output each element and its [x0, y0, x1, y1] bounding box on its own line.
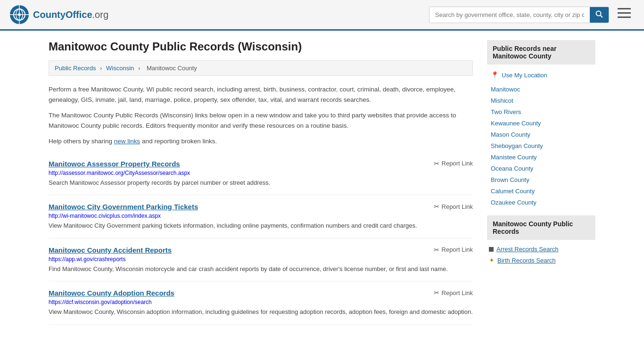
- record-description: View Manitowoc City Government parking t…: [49, 221, 473, 230]
- sidebar-nearby-link[interactable]: Manistee County: [491, 154, 537, 161]
- sidebar-nearby-item: Kewaunee County: [491, 117, 592, 129]
- record-title[interactable]: Manitowoc County Adoption Records: [49, 289, 174, 297]
- sidebar-nearby-list: ManitowocMishicotTwo RiversKewaunee Coun…: [487, 83, 595, 208]
- main-container: Manitowoc County Public Records (Wiscons…: [39, 31, 605, 334]
- report-link-label: Report Link: [442, 203, 473, 210]
- hamburger-menu-button[interactable]: [614, 6, 635, 23]
- hamburger-icon: [618, 8, 631, 18]
- report-link[interactable]: ✂ Report Link: [434, 203, 473, 210]
- square-bullet-icon: [489, 247, 494, 252]
- record-entry: Manitowoc Assessor Property Records ✂ Re…: [49, 152, 473, 196]
- sidebar-nearby-link[interactable]: Ozaukee County: [491, 199, 537, 206]
- search-button[interactable]: [590, 7, 609, 23]
- sidebar-nearby-link[interactable]: Oceana County: [491, 165, 533, 172]
- sidebar-record-link[interactable]: Arrest Records Search: [496, 246, 559, 253]
- record-title[interactable]: Manitowoc County Accident Reports: [49, 246, 172, 254]
- breadcrumb-wisconsin[interactable]: Wisconsin: [106, 65, 134, 72]
- use-my-location-link[interactable]: Use My Location: [502, 72, 547, 79]
- records-list: Manitowoc Assessor Property Records ✂ Re…: [49, 152, 473, 325]
- sidebar-records-title: Manitowoc County Public Records: [487, 215, 595, 240]
- sidebar-nearby-item: Mason County: [491, 129, 592, 140]
- scissors-icon: ✂: [434, 246, 439, 254]
- record-entry: Manitowoc County Accident Reports ✂ Repo…: [49, 239, 473, 282]
- sidebar-nearby-item: Sheboygan County: [491, 140, 592, 151]
- new-links-link[interactable]: new links: [114, 138, 140, 145]
- sidebar-nearby-link[interactable]: Two Rivers: [491, 108, 521, 115]
- record-url-link[interactable]: http://wi-manitowoc.civicplus.com/index.…: [49, 213, 161, 219]
- record-url-link[interactable]: https://dcf.wisconsin.gov/adoption/searc…: [49, 299, 152, 305]
- sidebar-record-item: Arrest Records Search: [489, 244, 594, 255]
- scissors-icon: ✂: [434, 289, 439, 296]
- sidebar-nearby-item: Calumet County: [491, 185, 592, 197]
- logo-text: CountyOffice.org: [33, 9, 108, 20]
- record-url-link[interactable]: https://app.wi.gov/crashreports: [49, 256, 125, 263]
- main-content: Manitowoc County Public Records (Wiscons…: [49, 40, 473, 325]
- sidebar-nearby-link[interactable]: Brown County: [491, 176, 529, 183]
- record-description: View Manitowoc County, Wisconsin adoptio…: [49, 307, 473, 317]
- svg-rect-9: [618, 12, 631, 14]
- record-url-link[interactable]: http://assessor.manitowoc.org/CityAssess…: [49, 170, 190, 176]
- svg-line-7: [601, 15, 603, 17]
- report-link-label: Report Link: [442, 246, 473, 253]
- sidebar-nearby-item: Ozaukee County: [491, 197, 592, 208]
- sidebar-nearby-title: Public Records near Manitowoc County: [487, 40, 595, 65]
- record-title[interactable]: Manitowoc City Government Parking Ticket…: [49, 203, 198, 211]
- scissors-icon: ✂: [434, 203, 439, 210]
- report-link[interactable]: ✂ Report Link: [434, 289, 473, 296]
- record-entry: Manitowoc County Adoption Records ✂ Repo…: [49, 281, 473, 325]
- scissors-icon: ✂: [434, 160, 439, 167]
- search-icon: [595, 10, 603, 18]
- sidebar-nearby-item: Brown County: [491, 174, 592, 185]
- search-bar: [429, 7, 609, 23]
- page-title: Manitowoc County Public Records (Wiscons…: [49, 40, 473, 53]
- description-3: Help others by sharing new links and rep…: [49, 136, 473, 147]
- report-link[interactable]: ✂ Report Link: [434, 160, 473, 167]
- star-icon: ✦: [489, 256, 495, 264]
- sidebar-nearby-item: Oceana County: [491, 163, 592, 174]
- sidebar-nearby-link[interactable]: Calumet County: [491, 188, 535, 195]
- svg-rect-8: [618, 8, 631, 9]
- site-header: CountyOffice.org: [0, 0, 644, 31]
- search-input[interactable]: [429, 8, 590, 22]
- sidebar-nearby-link[interactable]: Kewaunee County: [491, 120, 541, 127]
- record-entry: Manitowoc City Government Parking Ticket…: [49, 195, 473, 239]
- description-2: The Manitowoc County Public Records (Wis…: [49, 110, 473, 131]
- breadcrumb-public-records[interactable]: Public Records: [55, 65, 96, 72]
- pin-icon: 📍: [491, 71, 499, 79]
- site-logo-icon: [9, 5, 29, 25]
- report-link-label: Report Link: [442, 160, 473, 167]
- sidebar-nearby-link[interactable]: Manitowoc: [491, 86, 520, 93]
- sidebar-record-link[interactable]: Birth Records Search: [497, 257, 556, 264]
- record-description: Search Manitowoc Assessor property recor…: [49, 178, 473, 188]
- sidebar-nearby-item: Two Rivers: [491, 106, 592, 117]
- header-right: [429, 6, 635, 23]
- breadcrumb: Public Records › Wisconsin › Manitowoc C…: [49, 60, 473, 76]
- report-link[interactable]: ✂ Report Link: [434, 246, 473, 254]
- svg-rect-10: [618, 16, 631, 18]
- sidebar-nearby-link[interactable]: Mishicot: [491, 97, 513, 104]
- record-description: Find Manitowoc County, Wisconsin motorcy…: [49, 264, 473, 274]
- sidebar-nearby-link[interactable]: Mason County: [491, 131, 530, 138]
- sidebar: Public Records near Manitowoc County 📍 U…: [487, 40, 595, 325]
- logo-area: CountyOffice.org: [9, 5, 108, 25]
- report-link-label: Report Link: [442, 289, 473, 296]
- sidebar-records-list: Arrest Records Search✦Birth Records Sear…: [487, 244, 595, 266]
- sidebar-nearby-link[interactable]: Sheboygan County: [491, 142, 543, 149]
- sidebar-nearby-item: Manistee County: [491, 151, 592, 163]
- breadcrumb-current: Manitowoc County: [147, 65, 197, 72]
- svg-point-5: [18, 13, 21, 16]
- sidebar-record-item: ✦Birth Records Search: [489, 255, 594, 266]
- sidebar-use-location[interactable]: 📍 Use My Location: [487, 68, 595, 82]
- description-1: Perform a free Manitowoc County, WI publ…: [49, 84, 473, 105]
- sidebar-nearby-item: Manitowoc: [491, 83, 592, 95]
- svg-point-6: [596, 11, 601, 16]
- record-title[interactable]: Manitowoc Assessor Property Records: [49, 160, 180, 168]
- sidebar-nearby-item: Mishicot: [491, 95, 592, 106]
